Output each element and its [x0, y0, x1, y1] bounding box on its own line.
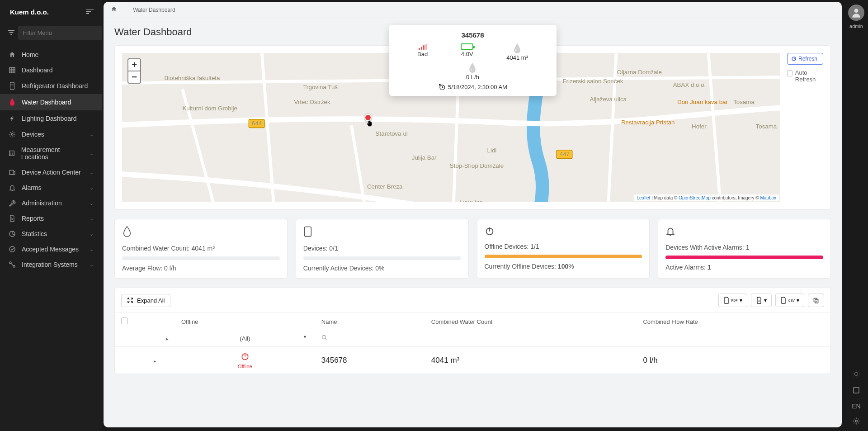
breadcrumb-current[interactable]: Water Dashboard [133, 7, 175, 13]
check-icon [8, 246, 16, 253]
svg-rect-2 [9, 151, 14, 156]
sidebar-item-water-dashboard[interactable]: Water Dashboard [0, 94, 102, 110]
svg-text:Center Breza: Center Breza [367, 183, 403, 190]
sidebar-item-accepted-messages[interactable]: Accepted Messages⌄ [0, 242, 102, 257]
bell-icon [665, 226, 823, 239]
map-card: Kulturni dom Groblje Biotehniška fakulte… [114, 45, 831, 210]
battery-icon [461, 43, 473, 50]
svg-rect-3 [9, 170, 14, 174]
drop-icon [8, 98, 16, 106]
search-icon[interactable] [321, 335, 327, 342]
tooltip-flow: 0 L/h [466, 74, 479, 81]
sidebar-item-device-action-center[interactable]: Device Action Center⌄ [0, 165, 102, 180]
refresh-button[interactable]: Refresh [787, 53, 823, 65]
sidebar-item-label: Devices [22, 131, 44, 138]
export-csv-button[interactable]: CSV ▾ [775, 294, 804, 307]
sidebar-item-label: Home [22, 51, 38, 58]
sidebar: Kuem d.o.o. HomeDashboardRefrigerator Da… [0, 0, 102, 431]
sidebar-item-refrigerator-dashboard[interactable]: Refrigerator Dashboard [0, 78, 102, 94]
sidebar-item-reports[interactable]: Reports⌄ [0, 211, 102, 226]
brand: Kuem d.o.o. [10, 8, 49, 16]
language-toggle[interactable]: EN [852, 403, 860, 410]
sidebar-item-dashboard[interactable]: Dashboard [0, 62, 102, 78]
select-all-checkbox[interactable] [121, 317, 128, 324]
svg-point-47 [854, 9, 859, 13]
export-pdf-button[interactable]: PDF ▾ [718, 294, 747, 307]
svg-point-5 [9, 246, 15, 252]
svg-text:Tosama: Tosama [756, 123, 777, 130]
tooltip-signal: Bad [417, 51, 428, 57]
filter-menu-input[interactable] [18, 26, 103, 40]
sidebar-item-measurement-locations[interactable]: Measurement Locations⌄ [0, 142, 102, 165]
zoom-out-button[interactable]: − [127, 71, 141, 84]
fullscreen-toggle[interactable] [853, 387, 860, 395]
svg-text:Aljaževa ulica: Aljaževa ulica [590, 96, 627, 103]
sidebar-item-administration[interactable]: Administration⌄ [0, 195, 102, 211]
sidebar-item-label: Alarms [22, 184, 42, 191]
integration-icon [8, 261, 16, 268]
breadcrumb: | Water Dashboard [104, 2, 842, 18]
auto-refresh-toggle[interactable]: Auto Refresh [787, 69, 823, 83]
sidebar-item-label: Dashboard [22, 66, 53, 74]
copy-button[interactable] [808, 294, 824, 307]
chevron-down-icon: ⌄ [90, 132, 94, 137]
tooltip-time: 5/18/2024, 2:30:00 AM [448, 84, 507, 90]
expand-all-button[interactable]: Expand All [121, 294, 170, 307]
gear-icon [8, 131, 16, 138]
svg-rect-44 [815, 299, 818, 303]
sidebar-item-home[interactable]: Home [0, 47, 102, 62]
leaflet-link[interactable]: Leaflet [637, 195, 650, 200]
offline-filter[interactable] [227, 335, 263, 342]
device-icon [303, 226, 461, 240]
building-icon [8, 150, 16, 157]
chevron-down-icon: ⌄ [90, 246, 94, 252]
svg-text:Kulturni dom Groblje: Kulturni dom Groblje [182, 105, 237, 112]
chart-icon [8, 230, 16, 237]
theme-toggle[interactable] [852, 370, 860, 379]
sidebar-item-label: Lighting Dashboard [22, 115, 76, 122]
fridge-icon [8, 82, 16, 90]
svg-rect-41 [304, 227, 311, 236]
bolt-icon [8, 114, 16, 123]
stat-water-count: Combined Water Count: 4041 m³ Average Fl… [114, 219, 288, 279]
sidebar-item-statistics[interactable]: Statistics⌄ [0, 226, 102, 242]
grid-icon [8, 66, 16, 74]
sidebar-item-devices[interactable]: Devices⌄ [0, 127, 102, 142]
svg-point-45 [322, 336, 326, 339]
sidebar-item-label: Administration [22, 199, 62, 207]
table-row[interactable]: ▸ Offline 345678 [115, 347, 830, 374]
breadcrumb-home[interactable] [111, 6, 117, 14]
export-excel-button[interactable]: ▾ [751, 294, 772, 307]
chevron-down-icon: ⌄ [90, 216, 94, 222]
svg-text:644: 644 [252, 120, 262, 127]
drop-icon [122, 226, 280, 240]
sidebar-item-label: Reports [22, 215, 44, 222]
svg-rect-49 [854, 388, 859, 393]
svg-point-50 [855, 420, 858, 422]
osm-link[interactable]: OpenStreetMap [679, 195, 711, 200]
sidebar-item-integration-systems[interactable]: Integration Systems⌄ [0, 257, 102, 272]
report-icon [8, 215, 16, 222]
svg-text:Stop-Shop Domžale: Stop-Shop Domžale [450, 162, 504, 169]
sort-icon[interactable] [86, 9, 94, 16]
user-label: admin [849, 24, 863, 29]
sidebar-item-label: Device Action Center [22, 169, 81, 176]
settings-button[interactable] [852, 417, 860, 426]
svg-text:Oljarna Domžale: Oljarna Domžale [617, 69, 662, 76]
map-pin[interactable] [364, 114, 372, 121]
sidebar-item-alarms[interactable]: Alarms⌄ [0, 180, 102, 195]
wrench-icon [8, 199, 16, 207]
bell-icon [8, 184, 16, 191]
device-tooltip: 345678 Bad 4.0V [389, 25, 557, 96]
svg-point-38 [515, 49, 517, 51]
tooltip-title: 345678 [401, 31, 545, 39]
svg-text:Hofer: Hofer [692, 123, 707, 130]
svg-text:Vrtec Ostržek: Vrtec Ostržek [294, 99, 330, 105]
svg-text:Restavracija Pristan: Restavracija Pristan [621, 119, 675, 126]
avatar[interactable] [848, 5, 864, 21]
chevron-down-icon: ⌄ [90, 170, 94, 175]
svg-text:Biotehniška fakulteta: Biotehniška fakulteta [164, 75, 220, 81]
mapbox-link[interactable]: Mapbox [760, 195, 776, 200]
sidebar-item-lighting-dashboard[interactable]: Lighting Dashboard [0, 110, 102, 127]
zoom-in-button[interactable]: + [127, 58, 141, 71]
